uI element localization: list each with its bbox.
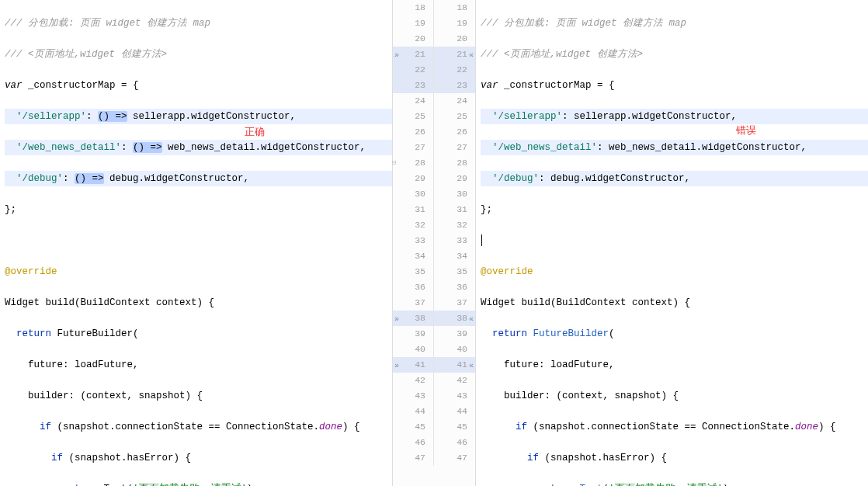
- merge-right-icon[interactable]: »: [394, 359, 399, 374]
- wrong-label: 错误: [736, 123, 756, 138]
- correct-label: 正确: [245, 124, 265, 140]
- gutter-right: 18 19 20 21« 22 23 24 25 26 27 28 29 30 …: [434, 0, 475, 486]
- left-pane[interactable]: 正确 /// 分包加载: 页面 widget 创建方法 map /// <页面地…: [0, 0, 392, 486]
- left-code[interactable]: /// 分包加载: 页面 widget 创建方法 map /// <页面地址,w…: [0, 0, 392, 486]
- merge-right-icon[interactable]: »: [394, 48, 399, 64]
- text-cursor: [481, 234, 482, 246]
- merge-left-icon[interactable]: «: [469, 359, 474, 374]
- diff-view: 正确 /// 分包加载: 页面 widget 创建方法 map /// <页面地…: [0, 0, 868, 486]
- merge-left-icon[interactable]: «: [469, 312, 474, 328]
- merge-left-icon[interactable]: «: [469, 48, 474, 64]
- merge-right-icon[interactable]: »: [394, 312, 399, 328]
- gutter: 18 19 20 »21 22 23 24 25 26 27 ⊟28 29 30…: [392, 0, 476, 486]
- fold-icon[interactable]: ⊟: [392, 155, 396, 171]
- right-pane[interactable]: 错误 /// 分包加载: 页面 widget 创建方法 map /// <页面地…: [476, 0, 868, 486]
- gutter-left: 18 19 20 »21 22 23 24 25 26 27 ⊟28 29 30…: [393, 0, 434, 486]
- right-code[interactable]: /// 分包加载: 页面 widget 创建方法 map /// <页面地址,w…: [476, 0, 868, 486]
